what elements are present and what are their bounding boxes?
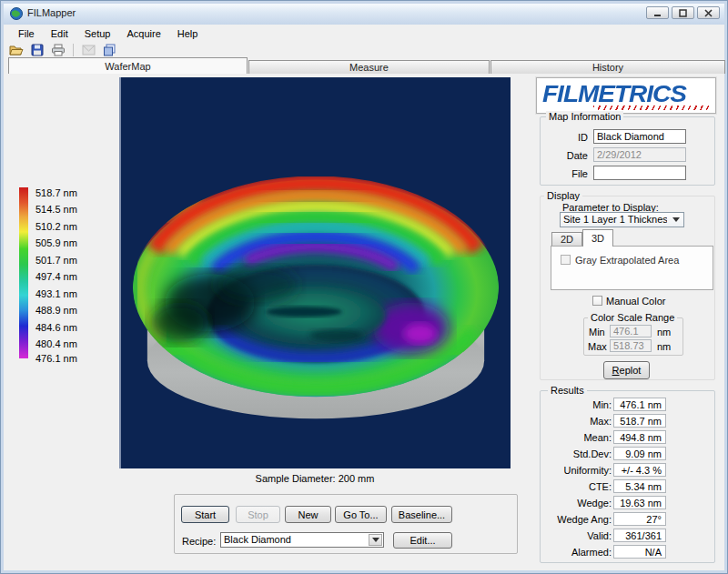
- result-value: 494.8 nm: [613, 430, 666, 444]
- date-label: Date: [548, 150, 588, 161]
- result-label: Uniformity:: [544, 465, 612, 476]
- menu-file[interactable]: File: [10, 26, 43, 41]
- recipe-dropdown-value: Black Diamond: [224, 534, 367, 545]
- app-icon: [10, 7, 23, 20]
- app-window: FILMapper File Edit Setup Acquire Help: [0, 0, 728, 574]
- display-title: Display: [544, 190, 582, 201]
- result-label: Std.Dev:: [544, 448, 612, 459]
- color-scale-label: 480.4 nm: [35, 338, 77, 349]
- close-button[interactable]: [697, 6, 720, 19]
- minimize-icon: [653, 9, 662, 17]
- result-label: Mean:: [544, 432, 612, 443]
- export-icon-disabled[interactable]: [81, 43, 96, 57]
- result-label: Valid:: [544, 530, 612, 541]
- chevron-down-icon: [672, 217, 680, 222]
- menu-bar: File Edit Setup Acquire Help: [5, 25, 723, 42]
- recipe-label: Recipe:: [182, 536, 216, 547]
- window-title: FILMapper: [27, 7, 76, 18]
- maximize-button[interactable]: [672, 6, 694, 19]
- close-icon: [704, 9, 713, 17]
- result-label: CTE:: [544, 481, 612, 492]
- tab-history[interactable]: History: [490, 60, 725, 74]
- result-value: 19.63 nm: [613, 496, 666, 509]
- display-3d-panel: Gray Extrapolated Area: [551, 246, 713, 290]
- go-to-button[interactable]: Go To...: [335, 506, 387, 523]
- parameter-dropdown-arrow[interactable]: [669, 214, 682, 226]
- result-value: 27°: [613, 512, 666, 526]
- minimize-button[interactable]: [646, 6, 669, 19]
- result-label: Min:: [544, 399, 612, 410]
- results-title: Results: [548, 385, 587, 396]
- tab-2d[interactable]: 2D: [551, 232, 582, 246]
- stop-button[interactable]: Stop: [236, 506, 280, 523]
- manual-color-label: Manual Color: [606, 296, 665, 307]
- id-field[interactable]: [593, 129, 686, 144]
- min-field: [610, 325, 652, 337]
- result-label: Alarmed:: [544, 547, 612, 558]
- logo-hatch-marks: [593, 106, 710, 110]
- recipe-dropdown-arrow[interactable]: [369, 534, 382, 546]
- menu-acquire[interactable]: Acquire: [118, 26, 168, 41]
- gray-extrapolated-label: Gray Extrapolated Area: [575, 255, 679, 266]
- color-scale-label: 514.5 nm: [35, 204, 77, 215]
- color-scale-label: 484.6 nm: [35, 322, 77, 333]
- file-label: File: [548, 168, 588, 179]
- result-value: 518.7 nm: [613, 414, 666, 428]
- tab-3d[interactable]: 3D: [582, 229, 613, 247]
- color-scale-bar: [19, 187, 28, 358]
- print-icon[interactable]: [50, 43, 66, 57]
- map-information-title: Map Information: [546, 111, 623, 122]
- logo-text: FILMETRICS: [542, 81, 686, 107]
- main-tab-bar: WaferMap Measure History: [5, 57, 723, 74]
- menu-setup[interactable]: Setup: [76, 26, 119, 41]
- color-scale-label: 493.1 nm: [35, 288, 77, 299]
- recipe-dropdown[interactable]: Black Diamond: [220, 532, 384, 548]
- toolbar: [5, 42, 723, 58]
- result-value: 5.34 nm: [613, 479, 666, 493]
- result-label: Max:: [544, 416, 612, 427]
- max-field: [610, 339, 652, 352]
- id-label: ID: [548, 132, 588, 143]
- map-information-group: Map Information ID Date File: [540, 116, 715, 186]
- color-scale-label: 476.1 nm: [35, 353, 77, 364]
- result-value: 361/361: [613, 529, 666, 542]
- max-unit: nm: [657, 341, 671, 352]
- display-group: Display Parameter to Display: Site 1 Lay…: [540, 196, 715, 380]
- open-file-icon[interactable]: [8, 43, 24, 57]
- sample-diameter-caption: Sample Diameter: 200 mm: [119, 473, 511, 484]
- result-value: 9.09 nm: [613, 447, 666, 460]
- title-bar: FILMapper: [4, 4, 724, 25]
- min-unit: nm: [657, 327, 671, 337]
- menu-edit[interactable]: Edit: [43, 26, 76, 41]
- start-button[interactable]: Start: [181, 506, 229, 523]
- gray-extrapolated-checkbox[interactable]: [561, 255, 571, 265]
- parameter-dropdown[interactable]: Site 1 Layer 1 Thickness: [560, 212, 684, 227]
- color-scale-label: 518.7 nm: [35, 187, 77, 198]
- tab-measure[interactable]: Measure: [248, 60, 490, 74]
- wafer-map-3d-view[interactable]: [119, 77, 511, 468]
- result-value: N/A: [613, 545, 666, 559]
- date-field: [593, 147, 686, 162]
- color-scale-label: 501.7 nm: [35, 255, 77, 266]
- result-value: +/- 4.3 %: [613, 463, 666, 477]
- measurement-controls-group: Start Stop New Go To... Baseline... Reci…: [174, 494, 518, 554]
- new-button[interactable]: New: [285, 506, 331, 523]
- color-scale-label: 497.4 nm: [35, 271, 77, 282]
- menu-help[interactable]: Help: [169, 26, 207, 41]
- file-field[interactable]: [593, 166, 686, 180]
- color-scale-range-group: Color Scale Range Min nm Max nm: [583, 317, 683, 356]
- maximize-icon: [679, 9, 687, 17]
- manual-color-checkbox[interactable]: [592, 296, 602, 306]
- save-icon[interactable]: [29, 43, 45, 57]
- baseline-button[interactable]: Baseline...: [391, 506, 452, 523]
- copy-icon[interactable]: [102, 43, 117, 57]
- result-label: Wedge Ang:: [544, 514, 612, 525]
- tab-wafermap[interactable]: WaferMap: [8, 57, 248, 74]
- replot-button[interactable]: Replot: [603, 361, 650, 379]
- results-group: Results Min: 476.1 nm Max: 518.7 nm Mean…: [540, 390, 715, 563]
- chevron-down-icon: [372, 538, 379, 542]
- edit-recipe-button[interactable]: Edit...: [393, 532, 452, 549]
- color-scale-range-title: Color Scale Range: [588, 312, 677, 323]
- min-label: Min: [589, 327, 605, 337]
- color-scale-label: 488.9 nm: [35, 305, 77, 316]
